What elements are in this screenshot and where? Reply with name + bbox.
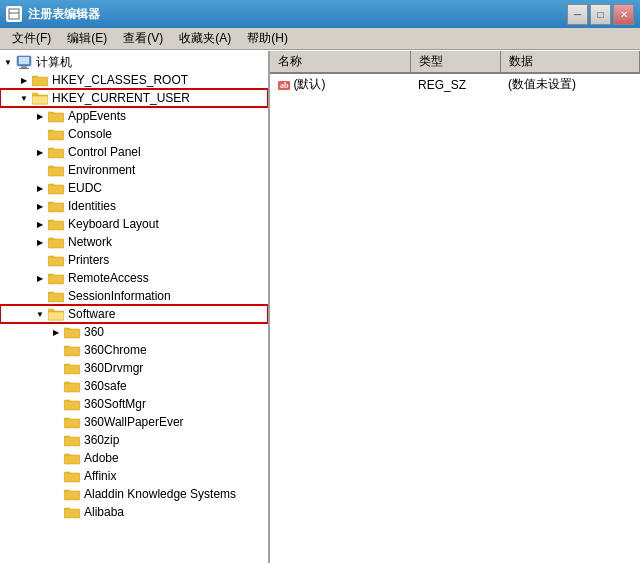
tree-node-s360chrome[interactable]: 360Chrome bbox=[0, 341, 268, 359]
expand-icon-appevents[interactable]: ▶ bbox=[32, 108, 48, 124]
expand-icon-controlpanel[interactable]: ▶ bbox=[32, 144, 48, 160]
tree-node-network[interactable]: ▶ Network bbox=[0, 233, 268, 251]
expand-icon-keyboardlayout[interactable]: ▶ bbox=[32, 216, 48, 232]
node-label-s360zip: 360zip bbox=[82, 433, 119, 447]
folder-icon bbox=[64, 451, 80, 465]
expand-icon-s360softmgr[interactable] bbox=[48, 396, 64, 412]
tree-node-aladdin[interactable]: Aladdin Knowledge Systems bbox=[0, 485, 268, 503]
folder-icon bbox=[48, 235, 64, 249]
menu-view[interactable]: 查看(V) bbox=[115, 28, 171, 49]
folder-icon bbox=[48, 163, 64, 177]
svg-rect-28 bbox=[48, 257, 64, 266]
svg-rect-0 bbox=[9, 9, 19, 19]
expand-icon-remoteaccess[interactable]: ▶ bbox=[32, 270, 48, 286]
tree-node-eudc[interactable]: ▶ EUDC bbox=[0, 179, 268, 197]
col-name[interactable]: 名称 bbox=[270, 51, 410, 73]
menu-file[interactable]: 文件(F) bbox=[4, 28, 59, 49]
tree-node-hkcr[interactable]: ▶ HKEY_CLASSES_ROOT bbox=[0, 71, 268, 89]
svg-rect-10 bbox=[32, 96, 48, 104]
tree-node-keyboardlayout[interactable]: ▶ Keyboard Layout bbox=[0, 215, 268, 233]
expand-icon-network[interactable]: ▶ bbox=[32, 234, 48, 250]
tree-node-alibaba[interactable]: Alibaba bbox=[0, 503, 268, 521]
registry-table: 名称 类型 数据 ab(默认)REG_SZ(数值未设置) bbox=[270, 51, 640, 96]
maximize-button[interactable]: □ bbox=[590, 4, 611, 25]
tree-node-s360drvmgr[interactable]: 360Drvmgr bbox=[0, 359, 268, 377]
expand-icon-s360safe[interactable] bbox=[48, 378, 64, 394]
expand-icon-s360[interactable]: ▶ bbox=[48, 324, 64, 340]
tree-node-console[interactable]: Console bbox=[0, 125, 268, 143]
expand-icon-s360zip[interactable] bbox=[48, 432, 64, 448]
minimize-button[interactable]: ─ bbox=[567, 4, 588, 25]
expand-icon-computer[interactable]: ▼ bbox=[0, 54, 16, 70]
tree-node-adobe[interactable]: Adobe bbox=[0, 449, 268, 467]
table-row[interactable]: ab(默认)REG_SZ(数值未设置) bbox=[270, 73, 640, 96]
tree-node-s360[interactable]: ▶ 360 bbox=[0, 323, 268, 341]
menu-help[interactable]: 帮助(H) bbox=[239, 28, 296, 49]
folder-icon bbox=[64, 325, 80, 339]
expand-icon-affinix[interactable] bbox=[48, 468, 64, 484]
tree-node-s360softmgr[interactable]: 360SoftMgr bbox=[0, 395, 268, 413]
tree-node-controlpanel[interactable]: ▶ Control Panel bbox=[0, 143, 268, 161]
expand-icon-adobe[interactable] bbox=[48, 450, 64, 466]
folder-icon bbox=[48, 145, 64, 159]
tree-node-remoteaccess[interactable]: ▶ RemoteAccess bbox=[0, 269, 268, 287]
col-type[interactable]: 类型 bbox=[410, 51, 500, 73]
tree-node-printers[interactable]: Printers bbox=[0, 251, 268, 269]
svg-rect-7 bbox=[32, 77, 48, 86]
node-label-sessioninfo: SessionInformation bbox=[66, 289, 171, 303]
tree-node-s360wallpaper[interactable]: 360WallPaperEver bbox=[0, 413, 268, 431]
expand-icon-alibaba[interactable] bbox=[48, 504, 64, 520]
node-label-s360wallpaper: 360WallPaperEver bbox=[82, 415, 184, 429]
expand-icon-s360chrome[interactable] bbox=[48, 342, 64, 358]
folder-icon bbox=[48, 181, 64, 195]
expand-icon-software[interactable]: ▼ bbox=[32, 306, 48, 322]
title-bar: 注册表编辑器 ─ □ ✕ bbox=[0, 0, 640, 28]
menu-favorites[interactable]: 收藏夹(A) bbox=[171, 28, 239, 49]
window-icon bbox=[6, 6, 22, 22]
svg-rect-24 bbox=[48, 221, 64, 230]
expand-icon-aladdin[interactable] bbox=[48, 486, 64, 502]
col-data[interactable]: 数据 bbox=[500, 51, 640, 73]
node-label-console: Console bbox=[66, 127, 112, 141]
svg-rect-5 bbox=[19, 68, 29, 69]
expand-icon-console[interactable] bbox=[32, 126, 48, 142]
tree-node-sessioninfo[interactable]: SessionInformation bbox=[0, 287, 268, 305]
folder-icon bbox=[64, 361, 80, 375]
tree-node-computer[interactable]: ▼ 计算机 bbox=[0, 53, 268, 71]
close-button[interactable]: ✕ bbox=[613, 4, 634, 25]
node-label-keyboardlayout: Keyboard Layout bbox=[66, 217, 159, 231]
menu-bar: 文件(F) 编辑(E) 查看(V) 收藏夹(A) 帮助(H) bbox=[0, 28, 640, 50]
expand-icon-hkcu[interactable]: ▼ bbox=[16, 90, 32, 106]
folder-icon bbox=[64, 397, 80, 411]
expand-icon-environment[interactable] bbox=[32, 162, 48, 178]
tree-pane[interactable]: ▼ 计算机▶ HKEY_CLASSES_ROOT▼ HKEY_CURRENT_U… bbox=[0, 51, 270, 563]
expand-icon-s360drvmgr[interactable] bbox=[48, 360, 64, 376]
node-label-s360chrome: 360Chrome bbox=[82, 343, 147, 357]
tree-node-appevents[interactable]: ▶ AppEvents bbox=[0, 107, 268, 125]
folder-icon bbox=[64, 379, 80, 393]
cell-type: REG_SZ bbox=[410, 73, 500, 96]
expand-icon-printers[interactable] bbox=[32, 252, 48, 268]
node-label-hkcr: HKEY_CLASSES_ROOT bbox=[50, 73, 188, 87]
expand-icon-eudc[interactable]: ▶ bbox=[32, 180, 48, 196]
expand-icon-s360wallpaper[interactable] bbox=[48, 414, 64, 430]
tree-node-identities[interactable]: ▶ Identities bbox=[0, 197, 268, 215]
node-label-s360softmgr: 360SoftMgr bbox=[82, 397, 146, 411]
svg-rect-9 bbox=[32, 93, 38, 96]
menu-edit[interactable]: 编辑(E) bbox=[59, 28, 115, 49]
tree-node-hkcu[interactable]: ▼ HKEY_CURRENT_USER bbox=[0, 89, 268, 107]
tree-node-environment[interactable]: Environment bbox=[0, 161, 268, 179]
tree-node-s360zip[interactable]: 360zip bbox=[0, 431, 268, 449]
expand-icon-sessioninfo[interactable] bbox=[32, 288, 48, 304]
expand-icon-hkcr[interactable]: ▶ bbox=[16, 72, 32, 88]
node-label-hkcu: HKEY_CURRENT_USER bbox=[50, 91, 190, 105]
tree-node-s360safe[interactable]: 360safe bbox=[0, 377, 268, 395]
svg-rect-47 bbox=[64, 419, 80, 428]
expand-icon-identities[interactable]: ▶ bbox=[32, 198, 48, 214]
node-label-appevents: AppEvents bbox=[66, 109, 126, 123]
tree-node-affinix[interactable]: Affinix bbox=[0, 467, 268, 485]
svg-rect-4 bbox=[21, 66, 27, 68]
svg-rect-51 bbox=[64, 455, 80, 464]
folder-icon bbox=[64, 433, 80, 447]
tree-node-software[interactable]: ▼ Software bbox=[0, 305, 268, 323]
